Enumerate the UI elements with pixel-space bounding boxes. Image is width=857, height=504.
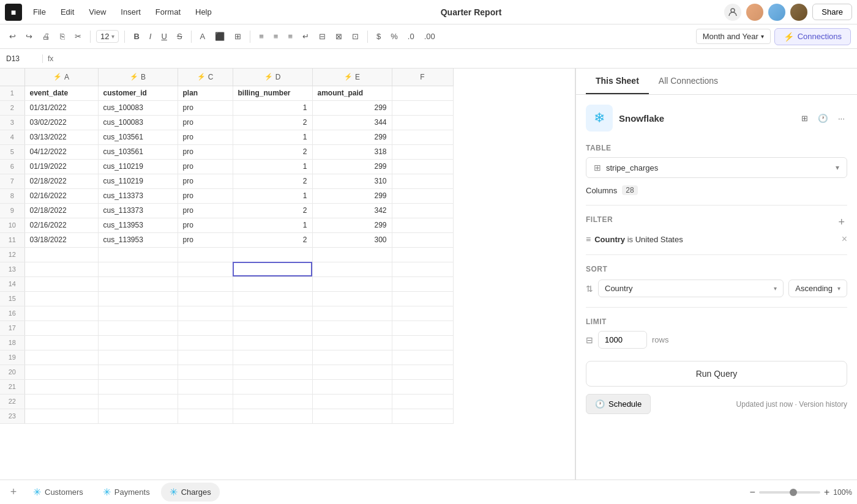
cell-E11[interactable]: 300 [312, 232, 392, 247]
cell-D10[interactable]: 1 [233, 218, 312, 232]
col-header-d[interactable]: ⚡ D [233, 69, 312, 86]
italic-button[interactable]: I [146, 30, 155, 43]
cell-E7[interactable]: 310 [312, 174, 392, 188]
remove-filter-button[interactable]: × [842, 234, 847, 245]
schedule-button[interactable]: 🕐 Schedule [586, 394, 651, 414]
cell-E12[interactable] [312, 247, 392, 262]
col-header-f[interactable]: F [392, 69, 453, 86]
sort-order-selector[interactable]: Ascending ▾ [788, 280, 847, 297]
cell-D15[interactable] [233, 291, 312, 306]
cell-B15[interactable] [98, 291, 178, 306]
underline-button[interactable]: U [158, 30, 170, 43]
cell-B10[interactable]: cus_113953 [98, 218, 178, 232]
cell-C11[interactable]: pro [178, 232, 233, 247]
cell-F3[interactable] [392, 115, 453, 130]
cell-A8[interactable]: 02/16/2022 [24, 188, 98, 203]
cell-E2[interactable]: 299 [312, 100, 392, 115]
cell-B20[interactable] [98, 365, 178, 379]
cell-D18[interactable] [233, 335, 312, 350]
cell-F5[interactable] [392, 144, 453, 159]
cell-D11[interactable]: 2 [233, 232, 312, 247]
cell-D8[interactable]: 1 [233, 188, 312, 203]
cell-D4[interactable]: 1 [233, 130, 312, 144]
grid-view-button[interactable]: ⊞ [799, 111, 810, 125]
cell-F21[interactable] [392, 379, 453, 394]
copy-button[interactable]: ⎘ [57, 30, 68, 43]
cell-C7[interactable]: pro [178, 174, 233, 188]
cell-C10[interactable]: pro [178, 218, 233, 232]
align-right-button[interactable]: ≡ [285, 30, 296, 43]
cell-D13[interactable] [233, 262, 312, 276]
menu-file[interactable]: File [27, 5, 52, 19]
print-button[interactable]: 🖨 [39, 30, 53, 43]
cell-A5[interactable]: 04/12/2022 [24, 144, 98, 159]
cell-C12[interactable] [178, 247, 233, 262]
cell-B1[interactable]: customer_id [98, 86, 178, 100]
cell-A11[interactable]: 03/18/2022 [24, 232, 98, 247]
zoom-out-button[interactable]: − [750, 487, 755, 498]
cell-A2[interactable]: 01/31/2022 [24, 100, 98, 115]
col-header-c[interactable]: ⚡ C [178, 69, 233, 86]
cell-B13[interactable] [98, 262, 178, 276]
cell-C15[interactable] [178, 291, 233, 306]
undo-button[interactable]: ↩ [6, 30, 19, 43]
cell-B11[interactable]: cus_113953 [98, 232, 178, 247]
cell-A10[interactable]: 02/16/2022 [24, 218, 98, 232]
cell-A9[interactable]: 02/18/2022 [24, 203, 98, 218]
col-header-e[interactable]: ⚡ E [312, 69, 392, 86]
zoom-in-button[interactable]: + [824, 487, 829, 498]
cell-B12[interactable] [98, 247, 178, 262]
cell-E4[interactable]: 299 [312, 130, 392, 144]
cell-A4[interactable]: 03/13/2022 [24, 130, 98, 144]
cell-F10[interactable] [392, 218, 453, 232]
history-button[interactable]: 🕐 [815, 111, 831, 125]
more-options-button[interactable]: ··· [836, 111, 847, 125]
cell-E1[interactable]: amount_paid [312, 86, 392, 100]
cell-B19[interactable] [98, 350, 178, 365]
tab-payments[interactable]: ✳ Payments [94, 483, 159, 502]
cell-C2[interactable]: pro [178, 100, 233, 115]
cell-A12[interactable] [24, 247, 98, 262]
cell-B21[interactable] [98, 379, 178, 394]
cell-E15[interactable] [312, 291, 392, 306]
cell-C17[interactable] [178, 321, 233, 335]
cell-E10[interactable]: 299 [312, 218, 392, 232]
cell-E21[interactable] [312, 379, 392, 394]
zoom-track[interactable] [759, 491, 820, 494]
cell-C21[interactable] [178, 379, 233, 394]
cell-F22[interactable] [392, 394, 453, 409]
menu-format[interactable]: Format [149, 5, 187, 19]
cell-B3[interactable]: cus_100083 [98, 115, 178, 130]
date-format-selector[interactable]: Month and Year ▾ [696, 29, 771, 44]
cell-B7[interactable]: cus_110219 [98, 174, 178, 188]
cell-E19[interactable] [312, 350, 392, 365]
cell-C22[interactable] [178, 394, 233, 409]
cell-C19[interactable] [178, 350, 233, 365]
cell-D6[interactable]: 1 [233, 159, 312, 174]
cell-E18[interactable] [312, 335, 392, 350]
align-center-button[interactable]: ≡ [271, 30, 282, 43]
cell-C8[interactable]: pro [178, 188, 233, 203]
menu-edit[interactable]: Edit [54, 5, 80, 19]
cell-F23[interactable] [392, 409, 453, 423]
cell-B5[interactable]: cus_103561 [98, 144, 178, 159]
cell-E5[interactable]: 318 [312, 144, 392, 159]
cell-E13[interactable] [312, 262, 392, 276]
cell-E3[interactable]: 344 [312, 115, 392, 130]
cell-F6[interactable] [392, 159, 453, 174]
text-color-button[interactable]: A [197, 30, 209, 43]
cell-E22[interactable] [312, 394, 392, 409]
font-size-selector[interactable]: 12 ▾ [96, 30, 119, 43]
cell-F14[interactable] [392, 276, 453, 291]
cell-F2[interactable] [392, 100, 453, 115]
formula-input[interactable] [58, 54, 851, 63]
cell-D14[interactable] [233, 276, 312, 291]
cell-F20[interactable] [392, 365, 453, 379]
tab-charges[interactable]: ✳ Charges [161, 483, 220, 502]
share-button[interactable]: Share [812, 4, 852, 20]
cell-B16[interactable] [98, 306, 178, 321]
cell-A17[interactable] [24, 321, 98, 335]
valign-top-button[interactable]: ⊡ [349, 30, 362, 43]
cell-D17[interactable] [233, 321, 312, 335]
cell-C6[interactable]: pro [178, 159, 233, 174]
